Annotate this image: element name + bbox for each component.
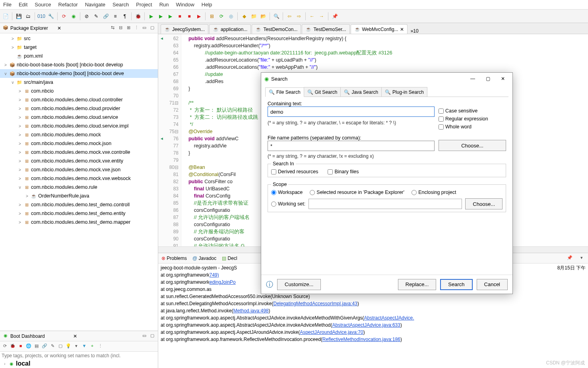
- collapse-all-icon[interactable]: ⇆: [109, 25, 116, 31]
- menu-file[interactable]: File: [3, 2, 12, 8]
- bd-expand-icon[interactable]: ▾: [73, 343, 80, 350]
- bd-open-icon[interactable]: 🌐: [25, 343, 32, 350]
- binary-icon[interactable]: 010: [37, 12, 45, 20]
- wand-icon[interactable]: ✎: [92, 12, 100, 20]
- choose-workingset-button[interactable]: Choose...: [465, 198, 503, 209]
- boot-dash-local[interactable]: › ◉ local: [0, 359, 158, 368]
- dialog-minimize-icon[interactable]: —: [466, 74, 479, 83]
- maximize-icon[interactable]: ▢: [149, 25, 155, 31]
- skip-breakpoints-icon[interactable]: ⊘: [83, 12, 91, 20]
- menu-help[interactable]: Help: [202, 2, 212, 8]
- new-icon[interactable]: 📄: [2, 12, 10, 20]
- tree-node[interactable]: >📁target: [0, 43, 158, 52]
- bd-debug-icon[interactable]: 🐞: [10, 343, 16, 350]
- tree-node[interactable]: >⊞com.nbcio.modules.demo.test_demo.contr…: [0, 200, 158, 209]
- tab-java-search[interactable]: 🔍Java Search: [340, 87, 382, 97]
- new-pkg-icon[interactable]: 📁: [250, 12, 258, 20]
- bd-filter-icon[interactable]: ▼: [81, 343, 87, 350]
- search-icon[interactable]: 🔍: [272, 12, 280, 20]
- link-editor-icon[interactable]: ⊟: [117, 25, 124, 31]
- scope-workspace-radio[interactable]: Workspace: [271, 190, 303, 195]
- run-last-icon[interactable]: ▶: [157, 12, 165, 20]
- view-menu-icon[interactable]: ⋮: [133, 25, 140, 31]
- tree-node[interactable]: >📁src: [0, 34, 158, 43]
- minimize-icon[interactable]: ▭: [141, 25, 147, 31]
- bd-console-icon[interactable]: ▤: [33, 343, 40, 350]
- dialog-titlebar[interactable]: ◉ Search — ▢ ✕: [261, 73, 512, 85]
- menu-navigate[interactable]: Navigate: [85, 2, 105, 8]
- tab-problems[interactable]: ⊗ Problems: [161, 256, 187, 261]
- whole-word-checkbox[interactable]: Whole word: [439, 124, 506, 130]
- package-icon[interactable]: ⊞: [208, 12, 216, 20]
- save-icon[interactable]: 💾: [15, 12, 23, 20]
- stop-all-icon[interactable]: ■: [185, 12, 193, 20]
- editor-tab[interactable]: ☕JeecgSystem...: [161, 24, 208, 34]
- menu-project[interactable]: Project: [136, 2, 152, 8]
- tree-node[interactable]: >⊞com.nbcio: [0, 87, 158, 95]
- tree-node[interactable]: >⊞com.nbcio.modules.demo.cloud.service: [0, 113, 158, 122]
- build-icon[interactable]: 🔧: [47, 12, 55, 20]
- tree-node[interactable]: >⊞com.nbcio.modules.demo.mock.vxe.json: [0, 165, 158, 174]
- package-explorer-tree[interactable]: >📁src>📁target☕pom.xml>📦nbcio-boot-base-t…: [0, 33, 158, 331]
- bd-menu-icon[interactable]: ⋮: [97, 343, 103, 350]
- tree-node[interactable]: >⊞com.nbcio.modules.demo.mock.vxe.contro…: [0, 148, 158, 157]
- replace-button[interactable]: Replace...: [398, 279, 437, 290]
- ext-tools-icon[interactable]: ▶: [195, 12, 203, 20]
- bd-relaunch-icon[interactable]: ⟳: [2, 343, 8, 350]
- focus-icon[interactable]: ⊞: [125, 25, 132, 31]
- debug-icon[interactable]: 🐞: [134, 12, 142, 20]
- link-icon[interactable]: 🔗: [102, 12, 110, 20]
- choose-pattern-button[interactable]: Choose...: [439, 140, 506, 151]
- tabs-overflow[interactable]: »10: [408, 28, 421, 34]
- editor-tab[interactable]: ☕WebMvcConfig... ✕: [351, 24, 408, 34]
- format-icon[interactable]: ¶: [121, 12, 129, 20]
- run-boot-icon[interactable]: ◉: [70, 12, 78, 20]
- stop-icon[interactable]: ■: [176, 12, 184, 20]
- relaunch-icon[interactable]: ⟳: [60, 12, 68, 20]
- open-type-icon[interactable]: 📂: [259, 12, 267, 20]
- prev-annotation-icon[interactable]: ⇦: [285, 12, 293, 20]
- tree-node[interactable]: ☕pom.xml: [0, 52, 158, 60]
- search-button[interactable]: Search: [440, 279, 472, 290]
- binary-checkbox[interactable]: Binary files: [328, 169, 359, 174]
- menu-refactor[interactable]: Refactor: [58, 2, 78, 8]
- tree-node[interactable]: >⊞com.nbcio.modules.demo.cloud.provider: [0, 104, 158, 113]
- tree-node[interactable]: >⊞com.nbcio.modules.demo.mock.json: [0, 139, 158, 148]
- bd-stop-icon[interactable]: ■: [17, 343, 24, 350]
- tree-node[interactable]: v📁src/main/java: [0, 78, 158, 87]
- menu-source[interactable]: Source: [35, 2, 51, 8]
- editor-tab[interactable]: ☕application...: [209, 24, 251, 34]
- tab-file-search[interactable]: 🔍File Search: [265, 87, 304, 97]
- refresh-icon[interactable]: ⟳: [217, 12, 225, 20]
- tree-node[interactable]: >⊞com.nbcio.modules.demo.mock.vxe.websoc…: [0, 174, 158, 183]
- console-pin-icon[interactable]: 📌: [567, 255, 573, 261]
- forward-icon[interactable]: →: [318, 12, 326, 20]
- scope-workingset-radio[interactable]: Working set:: [271, 201, 305, 207]
- boot-dash-filter-input[interactable]: [0, 352, 158, 359]
- next-annotation-icon[interactable]: ⇨: [295, 12, 303, 20]
- help-icon[interactable]: ⓘ: [266, 280, 273, 289]
- menu-window[interactable]: Window: [176, 2, 194, 8]
- tree-node[interactable]: v📦nbcio-boot-module-demo [boot] [nbcio-b…: [0, 69, 158, 78]
- list-icon[interactable]: ≡: [111, 12, 119, 20]
- customize-button[interactable]: Customize...: [277, 279, 321, 290]
- bd-min-icon[interactable]: ▭: [141, 333, 147, 339]
- containing-text-input[interactable]: [268, 107, 435, 117]
- regex-checkbox[interactable]: Regular expression: [439, 116, 506, 122]
- bd-max-icon[interactable]: ▢: [149, 333, 155, 339]
- save-all-icon[interactable]: 🗂: [24, 12, 32, 20]
- bd-add-icon[interactable]: +: [89, 343, 95, 350]
- bd-edit-icon[interactable]: ✎: [49, 343, 56, 350]
- derived-checkbox[interactable]: Derived resources: [271, 169, 318, 174]
- scope-enclosing-radio[interactable]: Enclosing project: [411, 190, 456, 195]
- tree-node[interactable]: >⊞com.nbcio.modules.demo.test_demo.mappe…: [0, 218, 158, 227]
- tab-declaration[interactable]: ▤ Decl: [222, 256, 237, 261]
- type-icon[interactable]: ◎: [227, 12, 235, 20]
- dialog-maximize-icon[interactable]: ▢: [481, 74, 494, 83]
- pattern-input[interactable]: [268, 141, 435, 151]
- case-sensitive-checkbox[interactable]: Case sensitive: [439, 108, 506, 114]
- back-icon[interactable]: ←: [308, 12, 316, 20]
- menu-edit[interactable]: Edit: [19, 2, 27, 8]
- close-tab-icon[interactable]: ✕: [400, 27, 404, 32]
- bd-box-icon[interactable]: ▢: [57, 343, 64, 350]
